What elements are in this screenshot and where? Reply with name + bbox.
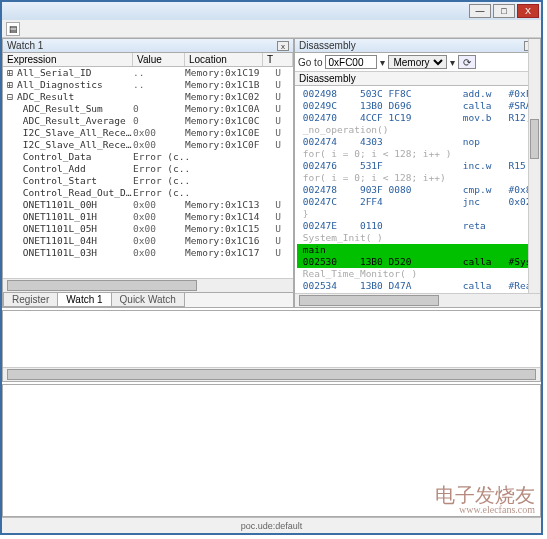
watch-pane: Watch 1 x Expression Value Location T ⊞A… — [2, 38, 294, 308]
middle-hscroll[interactable] — [3, 367, 540, 381]
disasm-line[interactable]: 002476 531F inc.w R15 — [297, 160, 538, 172]
toolbar-icon[interactable]: ▤ — [6, 22, 20, 36]
disasm-title-label: Disassembly — [299, 40, 356, 51]
watch-row[interactable]: ADC_Result_Average0Memory:0x1C0CU — [3, 115, 293, 127]
disasm-line[interactable]: } — [297, 208, 538, 220]
maximize-button[interactable]: □ — [493, 4, 515, 18]
status-text: poc.ude:default — [241, 521, 303, 531]
bottom-panel — [2, 384, 541, 517]
watch-pane-title: Watch 1 x — [3, 39, 293, 53]
col-value[interactable]: Value — [133, 53, 185, 66]
watch-title-label: Watch 1 — [7, 40, 43, 51]
disasm-hscroll[interactable] — [295, 293, 540, 307]
watch-row[interactable]: ⊟ADC_ResultMemory:0x1C02U — [3, 91, 293, 103]
go-button[interactable]: ⟳ — [458, 55, 476, 69]
disasm-line[interactable]: for( i = 0; i < 128; i++ ) — [297, 148, 538, 160]
disasm-line[interactable]: 002470 4CCF 1C19 mov.b R12,0x1C19(R15) — [297, 112, 538, 124]
watch-rows: ⊞All_Serial_ID..Memory:0x1C19U⊞All_Diagn… — [3, 67, 293, 278]
disasm-line[interactable]: System_Init( ) — [297, 232, 538, 244]
watch-row[interactable]: I2C_Slave_All_Received_Bytes_Coun0x00Mem… — [3, 139, 293, 151]
watch-row[interactable]: Control_AddError (c.. — [3, 163, 293, 175]
watch-row[interactable]: ADC_Result_Sum0Memory:0x1C0AU — [3, 103, 293, 115]
watch-row[interactable]: Control_StartError (c.. — [3, 175, 293, 187]
disassembly-pane: Disassembly x Go to ▾ Memory ▾ ⟳ Disasse… — [294, 38, 541, 308]
watch-row[interactable]: Control_Read_Out_DataError (c.. — [3, 187, 293, 199]
watch-row[interactable]: ONET1101L_01H0x00Memory:0x1C14U — [3, 211, 293, 223]
watch-row[interactable]: ONET1101L_05H0x00Memory:0x1C15U — [3, 223, 293, 235]
tab-register[interactable]: Register — [3, 293, 58, 307]
goto-input[interactable] — [325, 55, 377, 69]
disasm-pane-title: Disassembly x — [295, 39, 540, 53]
disasm-line[interactable]: for( i = 0; i < 128; i++) — [297, 172, 538, 184]
watch-hscroll[interactable] — [3, 278, 293, 292]
col-expression[interactable]: Expression — [3, 53, 133, 66]
goto-dropdown-icon[interactable]: ▾ — [380, 57, 385, 68]
disasm-line[interactable]: Real_Time_Monitor( ) — [297, 268, 538, 280]
main-toolbar: ▤ — [2, 20, 541, 38]
watch-row[interactable]: ONET1101L_00H0x00Memory:0x1C13U — [3, 199, 293, 211]
col-type[interactable]: T — [263, 53, 293, 66]
watch-row[interactable]: ⊞All_Serial_ID..Memory:0x1C19U — [3, 67, 293, 79]
disasm-line[interactable]: 002474 4303 nop — [297, 136, 538, 148]
disasm-line[interactable]: 002498 503C FF8C add.w #0xFF8C,R12 — [297, 88, 538, 100]
disasm-line[interactable]: _no_operation() — [297, 124, 538, 136]
minimize-button[interactable]: — — [469, 4, 491, 18]
close-button[interactable]: X — [517, 4, 539, 18]
watch-columns: Expression Value Location T — [3, 53, 293, 67]
watch-close-icon[interactable]: x — [277, 41, 289, 51]
watch-row[interactable]: ONET1101L_04H0x00Memory:0x1C16U — [3, 235, 293, 247]
tab-watch1[interactable]: Watch 1 — [57, 293, 111, 307]
watch-row[interactable]: Control_DataError (c.. — [3, 151, 293, 163]
memory-select[interactable]: Memory — [388, 55, 447, 69]
disasm-line[interactable]: 00247C 2FF4 jnc 0x02465 — [297, 196, 538, 208]
disasm-lines[interactable]: 002498 503C FF8C add.w #0xFF8C,R12 00249… — [295, 86, 540, 293]
goto-label: Go to — [298, 57, 322, 68]
middle-panel — [2, 310, 541, 382]
disasm-line[interactable]: 002478 903F 0080 cmp.w #0x80,R15 — [297, 184, 538, 196]
watch-tabs: Register Watch 1 Quick Watch — [3, 292, 293, 307]
disasm-line[interactable]: 002530 13B0 D520 calla #System_Init — [297, 256, 538, 268]
window-titlebar: — □ X — [2, 2, 541, 20]
disasm-line[interactable]: 002534 13B0 D47A calla #Real_Time_Monito… — [297, 280, 538, 292]
watch-row[interactable]: ⊞All_Diagnostics..Memory:0x1C1BU — [3, 79, 293, 91]
watch-row[interactable]: ONET1101L_03H0x00Memory:0x1C17U — [3, 247, 293, 259]
watch-row[interactable] — [3, 259, 293, 271]
disasm-line[interactable]: main — [297, 244, 538, 256]
watch-row[interactable]: I2C_Slave_All_Received_Memory_Add..0x00M… — [3, 127, 293, 139]
status-bar: poc.ude:default — [2, 517, 541, 533]
goto-dropdown2-icon[interactable]: ▾ — [450, 57, 455, 68]
disasm-vscroll[interactable] — [528, 39, 540, 293]
disasm-goto-row: Go to ▾ Memory ▾ ⟳ — [295, 53, 540, 72]
tab-quickwatch[interactable]: Quick Watch — [111, 293, 185, 307]
disasm-header: Disassembly — [295, 72, 540, 85]
disasm-header-row: Disassembly — [295, 72, 540, 86]
col-location[interactable]: Location — [185, 53, 263, 66]
disasm-line[interactable]: 00249C 13B0 D696 calla #SRAM_Read_Byte — [297, 100, 538, 112]
disasm-line[interactable]: 00247E 0110 reta — [297, 220, 538, 232]
